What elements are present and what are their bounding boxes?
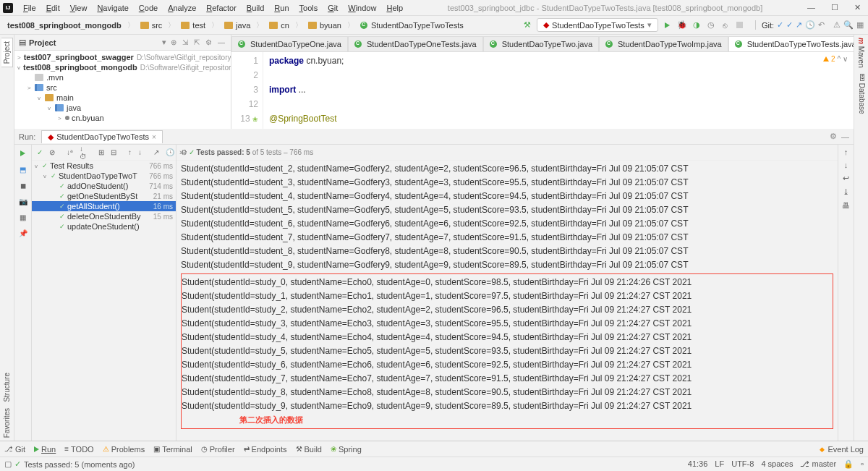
export-icon[interactable]: ↗	[151, 148, 161, 157]
menu-file[interactable]: File	[19, 2, 41, 14]
tree-row[interactable]: >test007_springboot_swaggerD:\Software\G…	[14, 52, 231, 62]
menu-window[interactable]: Window	[344, 2, 380, 14]
test-row[interactable]: ✓addOneStudent()714 ms	[32, 181, 176, 191]
project-view-icon[interactable]: ▤	[19, 38, 26, 47]
git-history-icon[interactable]: 🕓	[805, 20, 815, 30]
git-update-icon[interactable]: ✓	[777, 20, 783, 30]
coverage-button[interactable]: ◑	[690, 19, 703, 32]
rerun-button[interactable]	[17, 148, 29, 159]
run-tool[interactable]: Run	[34, 445, 56, 454]
editor-lines[interactable]: package cn.byuan; import ... @SpringBoot…	[263, 52, 854, 129]
favorites-tool-button[interactable]: Favorites	[1, 405, 12, 441]
menu-view[interactable]: View	[66, 2, 92, 14]
caret-position[interactable]: 41:36	[688, 459, 708, 469]
test-row[interactable]: ✓getAllStudent()16 ms	[32, 201, 176, 211]
editor-tab[interactable]: StudentDaoTypeTwoImp.java	[599, 36, 728, 51]
structure-tool-button[interactable]: Structure	[1, 370, 12, 405]
endpoints-tool[interactable]: ⇄Endpoints	[244, 445, 287, 454]
toggle-button[interactable]: ⬒	[17, 164, 29, 175]
breadcrumb-item[interactable]: cn	[266, 20, 292, 30]
menu-help[interactable]: Help	[382, 2, 407, 14]
test-row[interactable]: v✓Test Results766 ms	[32, 161, 176, 171]
git-commit-icon[interactable]: ✓	[786, 20, 793, 30]
close-icon[interactable]: ×	[152, 133, 156, 141]
scroll-icon[interactable]: ⤓	[843, 187, 849, 197]
breadcrumb-item[interactable]: StudentDaoTypeTwoTests	[357, 20, 467, 30]
tree-row[interactable]: >src	[14, 82, 231, 93]
maven-tool-button[interactable]: m Maven	[856, 35, 867, 71]
test-row[interactable]: v✓StudentDaoTypeTwoT766 ms	[32, 171, 176, 181]
show-passed-icon[interactable]: ✓	[35, 148, 45, 157]
menu-git[interactable]: Git	[323, 2, 342, 14]
spring-tool[interactable]: ❀Spring	[331, 445, 362, 454]
editor-tab[interactable]: StudentDaoTypeOneTests.java	[348, 36, 483, 51]
attach-button[interactable]: ⎋	[719, 19, 732, 32]
expand-all-icon[interactable]: ⇲	[181, 38, 190, 46]
run-tab[interactable]: ◆ StudentDaoTypeTwoTests ×	[41, 130, 163, 143]
down-icon[interactable]: ↓	[844, 161, 848, 169]
run-config-select[interactable]: ◆ StudentDaoTypeTwoTests ▾	[537, 18, 658, 32]
run-hide-icon[interactable]: —	[841, 132, 849, 141]
menu-analyze[interactable]: Analyze	[163, 2, 200, 14]
test-row[interactable]: ✓updateOneStudent()	[32, 221, 176, 232]
breadcrumb-item[interactable]: test008_springboot_mongodb	[4, 20, 124, 30]
search-icon[interactable]: 🔍	[843, 20, 854, 30]
build-tool[interactable]: ⚒Build	[296, 445, 322, 454]
console-output[interactable]: Student(studentId=student_2, studentName…	[176, 161, 838, 441]
collapse-icon[interactable]: ⊟	[109, 148, 119, 157]
profiler-tool[interactable]: ◷Profiler	[201, 445, 235, 454]
chevron-down-icon[interactable]: ▾	[162, 38, 166, 47]
expand-icon[interactable]: ⊞	[96, 148, 106, 157]
close-button[interactable]: ✕	[850, 1, 865, 14]
hide-icon[interactable]: —	[216, 38, 226, 46]
pin-button[interactable]: 📌	[17, 227, 29, 239]
profile-button[interactable]: ◷	[705, 19, 718, 32]
history-icon[interactable]: 🕓	[163, 148, 176, 157]
tree-row[interactable]: vtest008_springboot_mongodbD:\Software\G…	[14, 62, 231, 72]
sort-icon[interactable]: ↓ᵃ	[64, 148, 75, 157]
tree-row[interactable]: .mvn	[14, 72, 231, 82]
editor-analysis[interactable]: 2 ^ ∨	[823, 55, 848, 63]
run-settings-icon[interactable]: ⚙	[830, 132, 837, 141]
menu-navigate[interactable]: Navigate	[93, 2, 132, 14]
breadcrumb-item[interactable]: src	[137, 20, 166, 30]
test-row[interactable]: ✓deleteOneStudentBy15 ms	[32, 211, 176, 221]
settings-icon[interactable]: ⚙	[204, 38, 213, 46]
editor-tab[interactable]: StudentDaoTypeOne.java	[231, 36, 348, 51]
stop-button[interactable]	[733, 19, 746, 32]
terminal-tool[interactable]: ▣Terminal	[153, 445, 192, 454]
editor-tab[interactable]: StudentDaoTypeTwoTests.java×	[728, 36, 854, 51]
todo-tool[interactable]: ≡TODO	[64, 445, 93, 454]
collapse-all-icon[interactable]: ⇱	[192, 38, 201, 46]
print-icon[interactable]: 🖶	[842, 201, 850, 210]
ide-errors-icon[interactable]: ⚠	[833, 20, 841, 30]
build-button[interactable]: ⚒	[521, 19, 534, 32]
project-tree[interactable]: >test007_springboot_swaggerD:\Software\G…	[14, 51, 231, 129]
breadcrumb-item[interactable]: test	[178, 20, 208, 30]
memory-indicator[interactable]: ▫	[861, 459, 864, 469]
git-tool[interactable]: ⎇Git	[4, 445, 25, 454]
indent-setting[interactable]: 4 spaces	[761, 459, 793, 469]
problems-tool[interactable]: ⚠Problems	[103, 445, 145, 454]
select-open-file-icon[interactable]: ⊕	[169, 38, 178, 46]
project-tool-button[interactable]: Project	[1, 38, 13, 67]
prev-icon[interactable]: ↑	[126, 148, 134, 157]
git-branch[interactable]: ⎇ master	[800, 459, 836, 469]
tree-row[interactable]: vjava	[14, 103, 231, 113]
editor-body[interactable]: 2 ^ ∨ 1231213 ❀ package cn.byuan; import…	[231, 52, 854, 129]
lock-icon[interactable]: 🔒	[843, 459, 854, 469]
layout-button[interactable]: ▦	[17, 211, 29, 223]
menu-tools[interactable]: Tools	[295, 2, 323, 14]
menu-refactor[interactable]: Refactor	[202, 2, 241, 14]
dump-button[interactable]: 📷	[17, 195, 29, 207]
breadcrumb-item[interactable]: byuan	[305, 20, 344, 30]
event-log-button[interactable]: ◆Event Log	[820, 445, 864, 454]
breadcrumb-item[interactable]: java	[221, 20, 253, 30]
settings-icon[interactable]: ▦	[856, 20, 864, 30]
line-separator[interactable]: LF	[715, 459, 724, 469]
tree-row[interactable]: >cn.byuan	[14, 113, 231, 123]
test-row[interactable]: ✓getOneStudentBySt21 ms	[32, 191, 176, 201]
minimize-button[interactable]: —	[803, 1, 820, 14]
menu-run[interactable]: Run	[270, 2, 293, 14]
editor-tab[interactable]: StudentDaoTypeTwo.java	[483, 36, 599, 51]
